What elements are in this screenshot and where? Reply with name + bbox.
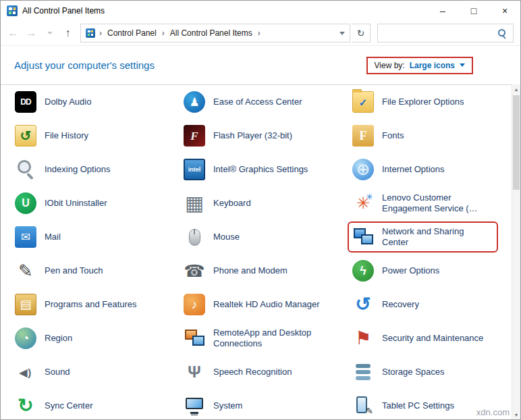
pen-and-touch-icon: [15, 260, 36, 282]
control-panel-item-mail[interactable]: Mail: [13, 224, 67, 250]
view-by-dropdown[interactable]: View by: Large icons: [366, 57, 474, 74]
mouse-icon: [184, 226, 205, 248]
breadcrumb-item-control-panel[interactable]: Control Panel: [106, 26, 158, 40]
system-icon: [184, 395, 205, 417]
address-bar[interactable]: › Control Panel › All Control Panel Item…: [80, 24, 350, 43]
network-and-sharing-center-icon: [352, 226, 374, 248]
tablet-pc-settings-icon: [352, 395, 374, 417]
back-button[interactable]: [5, 25, 22, 42]
breadcrumb-separator: ›: [257, 28, 261, 38]
close-button[interactable]: ×: [489, 1, 520, 21]
control-panel-item-ease-of-access-center[interactable]: Ease of Access Center: [182, 89, 309, 115]
control-panel-item-label: Internet Options: [382, 164, 445, 175]
control-panel-item-intel-graphics-settings[interactable]: Intel® Graphics Settings: [182, 157, 314, 182]
control-panel-item-remoteapp-desktop-connections[interactable]: RemoteApp and Desktop Connections: [182, 325, 327, 352]
control-panel-item-file-history[interactable]: File History: [13, 123, 95, 149]
control-panel-item-sound[interactable]: Sound: [13, 359, 77, 385]
storage-spaces-icon: [352, 361, 374, 383]
search-input[interactable]: [383, 28, 497, 38]
control-panel-item-label: Keyboard: [213, 198, 251, 209]
up-button[interactable]: [59, 25, 76, 42]
control-panel-item-iobit-uninstaller[interactable]: IObit Uninstaller: [13, 190, 113, 216]
control-panel-item-file-explorer-options[interactable]: File Explorer Options: [350, 89, 470, 115]
search-box[interactable]: [377, 24, 514, 43]
chevron-down-icon: [47, 32, 53, 34]
control-panel-item-mouse[interactable]: Mouse: [182, 224, 246, 250]
recovery-icon: [352, 294, 374, 315]
scrollbar-thumb[interactable]: [513, 95, 520, 190]
control-panel-item-label: Ease of Access Center: [213, 97, 302, 107]
control-panel-item-network-and-sharing-center[interactable]: Network and Sharing Center: [350, 224, 495, 251]
file-history-icon: [15, 125, 36, 147]
control-panel-item-indexing-options[interactable]: Indexing Options: [13, 157, 117, 182]
security-and-maintenance-icon: [352, 327, 374, 349]
sync-center-icon: [15, 395, 36, 417]
chevron-down-icon: [460, 63, 465, 67]
control-panel-item-speech-recognition[interactable]: Speech Recognition: [182, 359, 298, 385]
minimize-button[interactable]: –: [427, 1, 458, 21]
maximize-button[interactable]: □: [458, 1, 489, 21]
control-panel-item-label: Realtek HD Audio Manager: [213, 299, 320, 310]
control-panel-item-label: Recovery: [382, 299, 419, 310]
control-panel-item-realtek-hd-audio[interactable]: Realtek HD Audio Manager: [182, 292, 327, 317]
control-panel-item-sync-center[interactable]: Sync Center: [13, 393, 100, 419]
control-panel-item-security-and-maintenance[interactable]: Security and Maintenance: [350, 325, 490, 351]
region-icon: [15, 327, 36, 349]
control-panel-item-label: File Explorer Options: [382, 97, 464, 107]
keyboard-icon: [184, 192, 205, 214]
control-panel-item-label: RemoteApp and Desktop Connections: [213, 327, 320, 350]
phone-and-modem-icon: [184, 260, 205, 282]
navigation-bar: › Control Panel › All Control Panel Item…: [1, 21, 520, 46]
control-panel-item-fonts[interactable]: Fonts: [350, 123, 411, 149]
control-panel-item-flash-player[interactable]: Flash Player (32-bit): [182, 123, 299, 149]
control-panel-item-label: Storage Spaces: [382, 367, 445, 377]
speech-recognition-icon: [184, 361, 205, 383]
control-panel-item-tablet-pc-settings[interactable]: Tablet PC Settings: [350, 393, 461, 419]
control-panel-item-label: Flash Player (32-bit): [213, 130, 292, 141]
recent-locations-button[interactable]: [41, 25, 58, 42]
control-panel-item-label: IObit Uninstaller: [45, 198, 107, 209]
address-history-button[interactable]: [336, 25, 348, 41]
control-panel-item-dolby-audio[interactable]: Dolby Audio: [13, 89, 98, 115]
control-panel-item-system[interactable]: System: [182, 393, 249, 419]
control-panel-item-label: Dolby Audio: [45, 97, 91, 107]
breadcrumb-item-all-control-panel-items[interactable]: All Control Panel Items: [169, 26, 254, 40]
control-panel-item-pen-and-touch[interactable]: Pen and Touch: [13, 258, 110, 284]
control-panel-app-icon: [7, 5, 18, 16]
ease-of-access-center-icon: [184, 91, 205, 113]
control-panel-item-label: Tablet PC Settings: [382, 400, 454, 411]
control-panel-item-label: Power Options: [382, 265, 439, 276]
control-panel-item-label: Sound: [45, 367, 70, 377]
realtek-hd-audio-icon: [184, 294, 205, 315]
control-panel-item-label: System: [213, 400, 242, 411]
power-options-icon: [352, 260, 374, 282]
iobit-uninstaller-icon: [15, 192, 36, 214]
control-panel-item-internet-options[interactable]: Internet Options: [350, 157, 451, 182]
control-panel-item-programs-and-features[interactable]: Programs and Features: [13, 292, 144, 317]
refresh-button[interactable]: [352, 24, 371, 43]
remoteapp-desktop-connections-icon: [184, 327, 205, 349]
search-icon[interactable]: [497, 28, 508, 38]
control-panel-item-power-options[interactable]: Power Options: [350, 258, 446, 284]
control-panel-item-region[interactable]: Region: [13, 325, 79, 351]
titlebar: All Control Panel Items – □ ×: [1, 1, 520, 21]
vertical-scrollbar[interactable]: [512, 84, 520, 419]
control-panel-item-storage-spaces[interactable]: Storage Spaces: [350, 359, 451, 385]
chevron-down-icon: [339, 32, 345, 35]
control-panel-item-keyboard[interactable]: Keyboard: [182, 190, 258, 216]
control-panel-item-label: File History: [45, 130, 88, 141]
control-panel-item-lenovo-customer-engagement[interactable]: Lenovo Customer Engagement Service (…: [350, 190, 495, 217]
forward-button[interactable]: [23, 25, 40, 42]
view-by-value: Large icons: [410, 61, 455, 70]
control-panel-item-phone-and-modem[interactable]: Phone and Modem: [182, 258, 294, 284]
control-panel-item-label: Region: [45, 333, 72, 344]
control-panel-item-label: Mail: [45, 232, 61, 242]
control-panel-item-label: Indexing Options: [45, 164, 111, 175]
control-panel-item-recovery[interactable]: Recovery: [350, 292, 426, 317]
control-panel-item-label: Programs and Features: [45, 299, 137, 310]
file-explorer-options-icon: [352, 91, 374, 113]
control-panel-window: All Control Panel Items – □ × › Control …: [0, 0, 521, 420]
control-panel-item-label: Fonts: [382, 130, 404, 141]
scroll-down-icon[interactable]: [512, 410, 520, 419]
scroll-up-icon[interactable]: [512, 84, 520, 94]
